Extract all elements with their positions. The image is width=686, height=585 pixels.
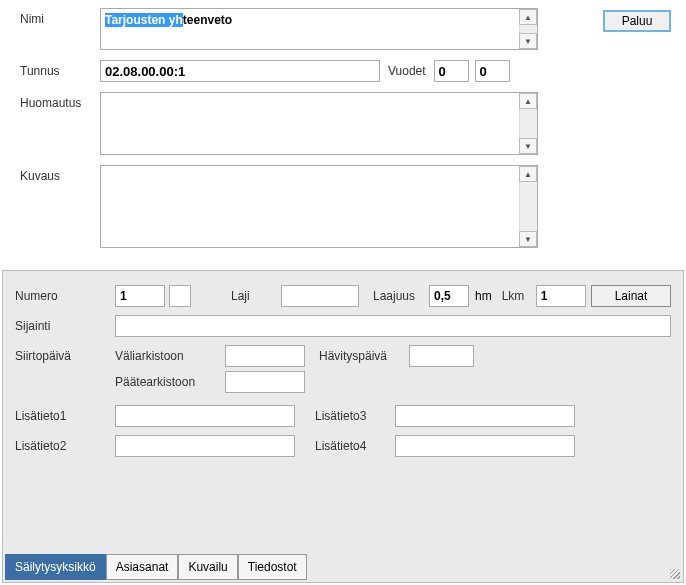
tunnus-label: Tunnus (20, 60, 100, 78)
lisatieto2-input[interactable] (115, 435, 295, 457)
scroll-down-icon[interactable]: ▼ (519, 138, 537, 154)
laajuus-unit: hm (475, 289, 492, 303)
nimi-textarea[interactable]: Tarjousten yhteenveto (101, 9, 519, 49)
kuvaus-textarea[interactable] (101, 166, 519, 244)
lkm-label: Lkm (502, 289, 536, 303)
tab-kuvailu[interactable]: Kuvailu (178, 554, 237, 580)
scroll-up-icon[interactable]: ▲ (519, 93, 537, 109)
valiarkistoon-label: Väliarkistoon (115, 349, 225, 363)
lainat-button[interactable]: Lainat (591, 285, 671, 307)
scroll-down-icon[interactable]: ▼ (519, 231, 537, 247)
nimi-label: Nimi (20, 8, 100, 26)
tab-sailytysyksikko[interactable]: Säilytysyksikkö (5, 554, 106, 580)
huomautus-textarea[interactable] (101, 93, 519, 151)
nimi-field-wrap: Tarjousten yhteenveto ▲ ▼ (100, 8, 538, 50)
tunnus-input[interactable] (100, 60, 380, 82)
vuodet-to-input[interactable] (475, 60, 510, 82)
laajuus-input[interactable] (429, 285, 469, 307)
vuodet-from-input[interactable] (434, 60, 469, 82)
paatearkistoon-input[interactable] (225, 371, 305, 393)
numero-input[interactable] (115, 285, 165, 307)
back-button[interactable]: Paluu (603, 10, 671, 32)
lisatieto3-input[interactable] (395, 405, 575, 427)
scroll-up-icon[interactable]: ▲ (519, 9, 537, 25)
tab-bar: Säilytysyksikkö Asiasanat Kuvailu Tiedos… (5, 554, 307, 580)
lisatieto1-label: Lisätieto1 (15, 409, 115, 423)
lkm-input[interactable] (536, 285, 586, 307)
laajuus-label: Laajuus (373, 289, 429, 303)
siirtopaiva-label: Siirtopäivä (15, 349, 115, 363)
nimi-rest: teenveto (183, 13, 232, 27)
kuvaus-label: Kuvaus (20, 165, 100, 183)
numero-aux-box[interactable] (169, 285, 191, 307)
huomautus-label: Huomautus (20, 92, 100, 110)
laji-label: Laji (231, 289, 281, 303)
kuvaus-scrollbar[interactable]: ▲ ▼ (519, 166, 537, 247)
sijainti-label: Sijainti (15, 319, 115, 333)
lisatieto1-input[interactable] (115, 405, 295, 427)
top-form-section: Paluu Nimi Tarjousten yhteenveto ▲ ▼ Tun… (0, 0, 686, 270)
laji-input[interactable] (281, 285, 359, 307)
huomautus-field-wrap: ▲ ▼ (100, 92, 538, 155)
lisatieto4-input[interactable] (395, 435, 575, 457)
havityspaiva-label: Hävityspäivä (319, 349, 409, 363)
havityspaiva-input[interactable] (409, 345, 474, 367)
bottom-panel: Numero Laji Laajuus hm Lkm Lainat Sijain… (2, 270, 684, 583)
numero-label: Numero (15, 289, 115, 303)
lisatieto2-label: Lisätieto2 (15, 439, 115, 453)
valiarkistoon-input[interactable] (225, 345, 305, 367)
lisatieto3-label: Lisätieto3 (315, 409, 395, 423)
nimi-scrollbar[interactable]: ▲ ▼ (519, 9, 537, 49)
sijainti-input[interactable] (115, 315, 671, 337)
tab-tiedostot[interactable]: Tiedostot (238, 554, 307, 580)
paatearkistoon-label: Päätearkistoon (115, 375, 225, 389)
huomautus-scrollbar[interactable]: ▲ ▼ (519, 93, 537, 154)
kuvaus-field-wrap: ▲ ▼ (100, 165, 538, 248)
scroll-down-icon[interactable]: ▼ (519, 33, 537, 49)
scroll-up-icon[interactable]: ▲ (519, 166, 537, 182)
tab-asiasanat[interactable]: Asiasanat (106, 554, 179, 580)
nimi-selection: Tarjousten yh (105, 13, 183, 27)
vuodet-label: Vuodet (388, 60, 426, 78)
resize-grip-icon[interactable] (667, 566, 681, 580)
lisatieto4-label: Lisätieto4 (315, 439, 395, 453)
